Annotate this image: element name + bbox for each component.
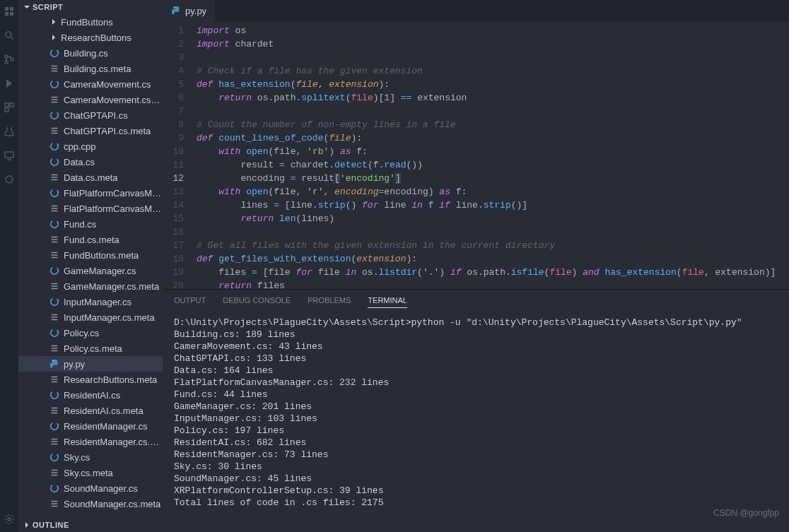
svg-rect-12 <box>5 152 13 158</box>
svg-point-15 <box>8 518 11 521</box>
code-line[interactable]: return os.path.splitext(file)[1] == exte… <box>197 91 789 105</box>
code-line[interactable]: def get_files_with_extension(extension): <box>197 252 789 266</box>
code-line[interactable]: return files <box>197 279 789 289</box>
tab-bar: py.py <box>163 0 789 21</box>
explorer-icon[interactable] <box>4 6 15 17</box>
file-label: ChatGPTAPI.cs.meta <box>64 126 151 136</box>
code-line[interactable]: encoding = result['encoding'] <box>197 172 789 185</box>
tree-item-fund-cs[interactable]: Fund.cs <box>18 216 163 232</box>
panel-tab-debug-console[interactable]: DEBUG CONSOLE <box>223 293 291 307</box>
tree-item-chatgptapi-cs-meta[interactable]: ChatGPTAPI.cs.meta <box>18 123 163 138</box>
tree-item-sky-cs[interactable]: Sky.cs <box>18 449 163 465</box>
file-label: Data.cs.meta <box>64 172 118 183</box>
tree-item-gamemanager-cs[interactable]: GameManager.cs <box>18 263 163 278</box>
panel-tabs: OUTPUTDEBUG CONSOLEPROBLEMSTERMINAL <box>163 290 789 311</box>
code-area[interactable]: import osimport chardet # Check if a fil… <box>197 21 789 289</box>
tree-item-researchbuttons[interactable]: ResearchButtons <box>18 30 163 45</box>
tree-item-flatplatformcanvasmanag---[interactable]: FlatPlatformCanvasManag... <box>18 185 163 201</box>
code-line[interactable]: def has_extension(file, extension): <box>197 78 789 91</box>
tree-item-chatgptapi-cs[interactable]: ChatGPTAPI.cs <box>18 107 163 123</box>
panel-tab-terminal[interactable]: TERMINAL <box>368 293 407 308</box>
file-label: ResearchButtons.meta <box>64 374 157 385</box>
code-line[interactable]: with open(file, 'r', encoding=encoding) … <box>197 185 789 199</box>
file-label: ChatGPTAPI.cs <box>64 110 128 121</box>
code-line[interactable] <box>197 225 789 239</box>
file-label: CameraMovement.cs <box>64 79 151 90</box>
tree-item-fund-cs-meta[interactable]: Fund.cs.meta <box>18 232 163 247</box>
code-line[interactable]: return len(lines) <box>197 212 789 225</box>
remote-icon[interactable] <box>4 150 15 161</box>
code-line[interactable] <box>197 105 789 118</box>
tree-item-soundmanager-cs-meta[interactable]: SoundManager.cs.meta <box>18 496 163 512</box>
file-label: Data.cs <box>64 157 95 167</box>
tree-item-soundmanager-cs[interactable]: SoundManager.cs <box>18 480 163 496</box>
tree-item-cameramovement-cs[interactable]: CameraMovement.cs <box>18 76 163 92</box>
section-header-script[interactable]: SCRIPT <box>18 0 163 14</box>
code-line[interactable]: # Count the number of non-empty lines in… <box>197 118 789 131</box>
gutter: 1234567891011121314151617181920 <box>163 21 197 289</box>
tree-item-py-py[interactable]: py.py <box>18 356 163 372</box>
tree-item-building-cs-meta[interactable]: Building.cs.meta <box>18 61 163 76</box>
file-label: Fund.cs.meta <box>64 235 119 245</box>
tree-item-gamemanager-cs-meta[interactable]: GameManager.cs.meta <box>18 278 163 294</box>
tree-item-fundbuttons-meta[interactable]: FundButtons.meta <box>18 247 163 263</box>
svg-point-24 <box>51 112 59 119</box>
svg-point-56 <box>52 360 53 361</box>
tree-item-policy-cs-meta[interactable]: Policy.cs.meta <box>18 341 163 356</box>
svg-point-76 <box>174 7 175 8</box>
search-icon[interactable] <box>4 30 15 41</box>
tree-item-inputmanager-cs[interactable]: InputManager.cs <box>18 294 163 309</box>
svg-point-14 <box>6 176 13 183</box>
code-line[interactable]: # Check if a file has the given extensio… <box>197 64 789 78</box>
activity-bar <box>0 0 18 532</box>
section-header-outline[interactable]: OUTLINE <box>18 518 163 532</box>
code-line[interactable] <box>197 51 789 64</box>
terminal-output[interactable]: D:\Unity\Projects\PlagueCity\Assets\Scri… <box>163 311 789 532</box>
tree-item-fundbuttons[interactable]: FundButtons <box>18 14 163 30</box>
svg-point-16 <box>51 49 59 57</box>
code-line[interactable]: import chardet <box>197 37 789 51</box>
svg-rect-11 <box>5 108 8 112</box>
svg-point-29 <box>51 158 59 166</box>
settings-icon[interactable] <box>4 514 15 525</box>
panel-tab-problems[interactable]: PROBLEMS <box>308 293 351 307</box>
tree-item-building-cs[interactable]: Building.cs <box>18 45 163 61</box>
run-debug-icon[interactable] <box>4 78 15 89</box>
editor-tab[interactable]: py.py <box>163 0 215 21</box>
source-control-icon[interactable] <box>4 54 15 65</box>
tree-item-residentmanager-cs-meta[interactable]: ResidentManager.cs.meta <box>18 434 163 449</box>
file-label: InputManager.cs.meta <box>64 312 155 323</box>
tree-item-sky-cs-meta[interactable]: Sky.cs.meta <box>18 465 163 480</box>
tree-item-data-cs-meta[interactable]: Data.cs.meta <box>18 170 163 185</box>
extensions-icon[interactable] <box>4 102 15 113</box>
code-line[interactable]: result = chardet.detect(f.read()) <box>197 158 789 172</box>
code-line[interactable]: def count_lines_of_code(file): <box>197 131 789 145</box>
main-area: py.py 1234567891011121314151617181920 im… <box>163 0 789 532</box>
tree-item-cameramovement-cs-meta[interactable]: CameraMovement.cs.meta <box>18 92 163 107</box>
code-line[interactable]: files = [file for file in os.listdir('.'… <box>197 266 789 279</box>
tree-item-data-cs[interactable]: Data.cs <box>18 154 163 170</box>
code-editor[interactable]: 1234567891011121314151617181920 import o… <box>163 21 789 289</box>
tree-item-cpp-cpp[interactable]: cpp.cpp <box>18 138 163 154</box>
code-line[interactable]: import os <box>197 24 789 37</box>
svg-point-68 <box>51 454 59 461</box>
tree-item-residentai-cs[interactable]: ResidentAI.cs <box>18 387 163 403</box>
code-line[interactable]: with open(file, 'rb') as f: <box>197 145 789 158</box>
file-label: Building.cs.meta <box>64 64 131 74</box>
tree-item-researchbuttons-meta[interactable]: ResearchButtons.meta <box>18 372 163 387</box>
svg-point-64 <box>51 422 59 430</box>
chevron-down-icon <box>23 3 31 11</box>
code-line[interactable]: # Get all files with the given extension… <box>197 239 789 252</box>
cloud-icon[interactable] <box>4 174 15 185</box>
panel-tab-output[interactable]: OUTPUT <box>174 293 206 307</box>
testing-icon[interactable] <box>4 126 15 137</box>
svg-point-48 <box>51 298 59 306</box>
tab-label: py.py <box>185 6 206 16</box>
tree-item-flatplatformcanvasmanag---[interactable]: FlatPlatformCanvasManag... <box>18 201 163 216</box>
tree-item-residentmanager-cs[interactable]: ResidentManager.cs <box>18 418 163 434</box>
tree-item-inputmanager-cs-meta[interactable]: InputManager.cs.meta <box>18 309 163 325</box>
svg-point-72 <box>51 485 59 492</box>
code-line[interactable]: lines = [line.strip() for line in f if l… <box>197 199 789 212</box>
tree-item-residentai-cs-meta[interactable]: ResidentAI.cs.meta <box>18 403 163 418</box>
tree-item-policy-cs[interactable]: Policy.cs <box>18 325 163 341</box>
